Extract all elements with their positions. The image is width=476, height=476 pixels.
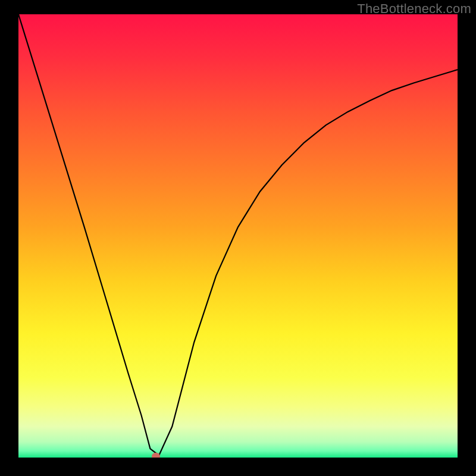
watermark-text: TheBottleneck.com [357, 1, 471, 17]
plot-gradient-background [18, 14, 458, 458]
bottleneck-chart [0, 0, 476, 476]
chart-frame: { "watermark": "TheBottleneck.com", "plo… [0, 0, 476, 476]
